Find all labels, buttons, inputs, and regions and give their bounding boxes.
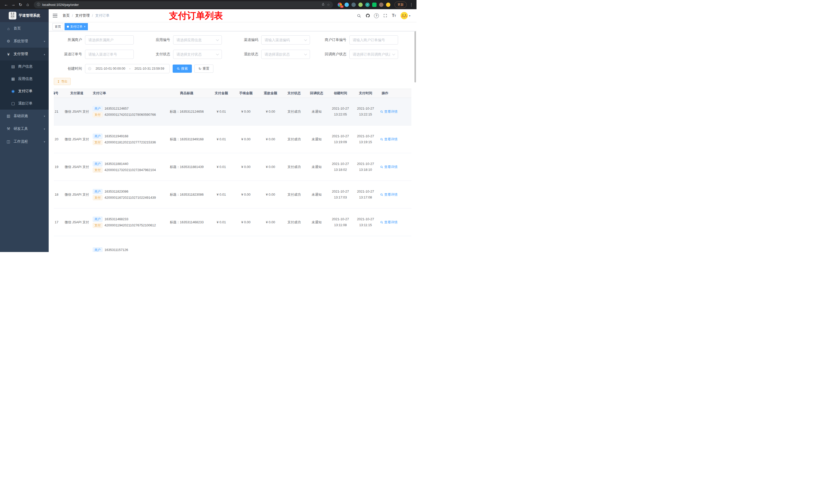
view-detail-link[interactable]: 查看详情 xyxy=(380,110,398,114)
channel-order-no-input[interactable] xyxy=(85,50,134,59)
sidebar-item-refund-order[interactable]: ▢ 退款订单 xyxy=(0,97,49,110)
close-icon[interactable]: × xyxy=(84,25,86,28)
breadcrumb: 首页 / 支付管理 / 支付订单 xyxy=(63,13,110,18)
refresh-icon: ↻ xyxy=(198,67,201,70)
sidebar-item-merchant-info[interactable]: ▤ 商户信息 xyxy=(0,61,49,73)
site-info-icon[interactable]: ⓘ xyxy=(37,2,40,7)
clock-icon xyxy=(88,67,91,70)
url-text[interactable]: localhost:1024/pay/order xyxy=(42,3,319,7)
merchant-tag: 商户 xyxy=(93,161,102,166)
monitor-icon: ▥ xyxy=(6,114,11,118)
refund-status-select[interactable] xyxy=(261,50,310,59)
breadcrumb-home[interactable]: 首页 xyxy=(63,13,70,18)
table-row: 商户1635311157126 xyxy=(54,236,411,252)
user-avatar[interactable]: ▾ xyxy=(398,12,412,20)
merchant-tag: 商户 xyxy=(93,217,102,222)
merchant-tag: 商户 xyxy=(93,106,102,111)
sidebar-item-home[interactable]: ⌂ 首页 xyxy=(0,22,49,35)
date-end-value: 2021-10-31 23:59:59 xyxy=(132,67,167,70)
github-icon[interactable] xyxy=(363,9,372,22)
font-size-icon[interactable]: TT xyxy=(389,9,398,22)
merchant-order-no-input[interactable] xyxy=(349,35,398,45)
logo-rabbit-icon xyxy=(9,12,16,20)
extension-icon[interactable]: 10 xyxy=(338,3,342,7)
sidebar: 芋道管理系统 ⌂ 首页 ⚙ 系统管理 ▾ ¥ 支付管理 ▴ ▤ 商户信息 ▦ 应… xyxy=(0,9,49,252)
sidebar-item-app-info[interactable]: ▦ 应用信息 xyxy=(0,73,49,85)
active-dot xyxy=(67,26,69,28)
yen-icon: ¥ xyxy=(6,52,11,56)
table-header-row: 编号 支付渠道 支付订单 商品标题 支付金额 手续金额 退款金额 支付状态 回调… xyxy=(54,89,411,98)
search-icon xyxy=(380,138,383,141)
address-bar[interactable]: ⓘ localhost:1024/pay/order ☆ xyxy=(34,1,333,8)
docs-question-icon[interactable]: ? xyxy=(372,9,381,22)
reset-button[interactable]: ↻ 重置 xyxy=(194,65,213,73)
sidebar-toggle-icon[interactable] xyxy=(53,14,57,18)
view-detail-link[interactable]: 查看详情 xyxy=(380,165,398,169)
share-icon[interactable] xyxy=(322,3,325,7)
fullscreen-icon[interactable] xyxy=(381,9,389,22)
avatar-image xyxy=(400,12,408,20)
scrollbar-thumb[interactable] xyxy=(414,31,416,82)
tab-home[interactable]: 首页 xyxy=(52,23,63,30)
extension-icon[interactable] xyxy=(358,3,363,7)
channel-code-label: 渠道编码 xyxy=(230,38,261,42)
channel-code-select[interactable] xyxy=(261,35,310,45)
view-detail-link[interactable]: 查看详情 xyxy=(380,192,398,197)
browser-toolbar: ← → ↻ ⌂ ⓘ localhost:1024/pay/order ☆ 10 … xyxy=(0,0,416,9)
merchant-order-no-label: 商户订单编号 xyxy=(318,38,349,42)
chevron-down-icon: ▾ xyxy=(44,127,45,130)
export-button[interactable]: ↧ 导出 xyxy=(54,78,71,85)
payment-submenu: ▤ 商户信息 ▦ 应用信息 ◉ 支付订单 ▢ 退款订单 xyxy=(0,61,49,110)
extension-icon[interactable]: ✓ xyxy=(365,3,370,7)
browser-back-icon[interactable]: ← xyxy=(3,2,10,7)
grid-icon: ▦ xyxy=(11,77,15,81)
chevron-down-icon: ▾ xyxy=(44,40,45,43)
sidebar-item-system[interactable]: ⚙ 系统管理 ▾ xyxy=(0,35,49,48)
search-icon[interactable] xyxy=(355,9,363,22)
merchant-input[interactable] xyxy=(85,35,134,45)
app-select[interactable] xyxy=(173,35,222,45)
target-icon: ◉ xyxy=(11,89,15,94)
page-title-annotation: 支付订单列表 xyxy=(169,9,223,22)
bookmark-star-icon[interactable]: ☆ xyxy=(327,3,330,7)
search-icon xyxy=(380,165,383,169)
document-icon: ▢ xyxy=(11,101,15,106)
view-detail-link[interactable]: 查看详情 xyxy=(380,220,398,224)
browser-reload-icon[interactable]: ↻ xyxy=(17,2,24,7)
navbar: 首页 / 支付管理 / 支付订单 支付订单列表 ? xyxy=(49,9,416,22)
extension-icon[interactable] xyxy=(352,3,356,7)
tags-view: 首页 支付订单 × xyxy=(49,22,416,31)
sidebar-item-payment[interactable]: ¥ 支付管理 ▴ xyxy=(0,48,49,61)
table-row: 18 微信 JSAPI 支付 商户1635311823086 支付4200001… xyxy=(54,181,411,209)
merchant-tag: 商户 xyxy=(93,134,102,139)
tab-pay-order[interactable]: 支付订单 × xyxy=(65,23,88,30)
browser-menu-icon[interactable]: ⋮ xyxy=(409,2,414,7)
app-logo[interactable]: 芋道管理系统 xyxy=(0,9,49,22)
search-icon xyxy=(177,67,180,70)
sidebar-item-workflow[interactable]: ◫ 工作流程 ▾ xyxy=(0,135,49,148)
profile-avatar-icon[interactable] xyxy=(386,3,390,7)
extension-icon[interactable] xyxy=(379,3,383,7)
pay-tag: 支付 xyxy=(93,140,102,145)
browser-forward-icon[interactable]: → xyxy=(10,2,17,7)
download-icon: ↧ xyxy=(57,80,60,83)
pay-status-select[interactable] xyxy=(173,50,222,59)
search-icon xyxy=(380,221,383,224)
extension-icon[interactable] xyxy=(372,3,377,7)
app-label: 应用编号 xyxy=(142,38,173,42)
sidebar-item-pay-order[interactable]: ◉ 支付订单 xyxy=(0,85,49,97)
browser-home-icon[interactable]: ⌂ xyxy=(24,2,31,7)
gear-icon: ⚙ xyxy=(6,39,11,44)
sidebar-item-dev-tools[interactable]: ⚒ 研发工具 ▾ xyxy=(0,122,49,135)
extension-icon[interactable] xyxy=(344,3,349,7)
create-time-range-picker[interactable]: 2021-10-01 00:00:00 - 2021-10-31 23:59:5… xyxy=(85,64,170,73)
notify-status-select[interactable] xyxy=(349,50,398,59)
view-detail-link[interactable]: 查看详情 xyxy=(380,137,398,142)
browser-update-button[interactable]: 更新 xyxy=(395,2,407,8)
sidebar-item-infrastructure[interactable]: ▥ 基础设施 ▾ xyxy=(0,110,49,122)
refund-status-label: 退款状态 xyxy=(230,52,261,56)
breadcrumb-payment[interactable]: 支付管理 xyxy=(75,13,90,18)
pay-status-label: 支付状态 xyxy=(142,52,173,56)
search-button[interactable]: 搜索 xyxy=(173,65,192,73)
pay-tag: 支付 xyxy=(93,223,102,228)
